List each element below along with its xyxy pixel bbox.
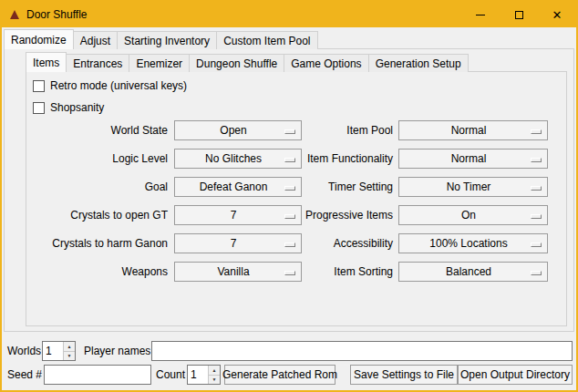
tab-entrances-label: Entrances — [73, 57, 122, 70]
item-sorting-dropdown[interactable]: Balanced — [398, 262, 548, 282]
shopsanity-checkbox[interactable] — [33, 102, 45, 114]
tab-items-label: Items — [33, 57, 59, 69]
tab-adjust-label: Adjust — [80, 35, 110, 47]
count-spinner[interactable]: ▲ ▼ — [187, 365, 221, 385]
weapons-value: Vanilla — [217, 265, 258, 278]
item-sorting-label: Item Sorting — [282, 262, 393, 282]
weapons-label: Weapons — [26, 262, 168, 282]
minimize-icon — [476, 15, 485, 15]
spin-up-icon[interactable]: ▲ — [209, 366, 220, 375]
tab-enemizer[interactable]: Enemizer — [129, 54, 190, 72]
worlds-label: Worlds — [7, 341, 41, 361]
item-pool-value: Normal — [451, 124, 496, 137]
tab-generation-setup[interactable]: Generation Setup — [368, 54, 469, 72]
tab-starting-inventory[interactable]: Starting Inventory — [117, 31, 217, 49]
accessibility-label: Accessibility — [282, 233, 393, 253]
dropdown-indicator-icon — [531, 129, 542, 134]
tab-randomize[interactable]: Randomize — [4, 29, 74, 49]
count-label: Count — [156, 365, 185, 385]
timer-setting-dropdown[interactable]: No Timer — [398, 177, 548, 197]
tab-enemizer-label: Enemizer — [136, 57, 182, 70]
tab-entrances[interactable]: Entrances — [66, 54, 129, 72]
retro-mode-checkbox-row[interactable]: Retro mode (universal keys) — [33, 78, 187, 93]
logic-level-label: Logic Level — [26, 149, 168, 169]
count-input[interactable] — [188, 366, 208, 384]
spin-up-icon[interactable]: ▲ — [64, 342, 75, 351]
logic-level-value: No Glitches — [205, 152, 271, 165]
progressive-items-dropdown[interactable]: On — [398, 205, 548, 225]
window-title: Door Shuffle — [26, 8, 88, 21]
shopsanity-checkbox-row[interactable]: Shopsanity — [33, 100, 104, 115]
outer-tab-bar: Randomize Adjust Starting Inventory Cust… — [4, 29, 318, 49]
worlds-input[interactable] — [43, 342, 63, 360]
progressive-items-value: On — [461, 209, 485, 222]
shopsanity-label: Shopsanity — [50, 101, 104, 114]
tab-dungeon-shuffle-label: Dungeon Shuffle — [196, 57, 277, 70]
generate-patched-rom-button[interactable]: Generate Patched Rom — [224, 365, 335, 385]
item-pool-dropdown[interactable]: Normal — [398, 120, 548, 140]
item-functionality-dropdown[interactable]: Normal — [398, 149, 548, 169]
item-pool-label: Item Pool — [282, 120, 393, 140]
spin-down-icon[interactable]: ▼ — [64, 351, 75, 361]
tab-custom-item-pool[interactable]: Custom Item Pool — [216, 31, 317, 49]
caption-buttons: ✕ — [461, 2, 576, 27]
app-window: Door Shuffle ✕ Randomize Adjust Starting… — [0, 0, 578, 392]
progressive-items-label: Progressive Items — [282, 205, 393, 225]
open-output-directory-button[interactable]: Open Output Directory — [458, 365, 573, 385]
retro-mode-label: Retro mode (universal keys) — [50, 79, 187, 92]
player-names-label: Player names — [84, 341, 150, 361]
inner-tab-bar: Items Entrances Enemizer Dungeon Shuffle… — [26, 52, 469, 72]
tab-starting-inventory-label: Starting Inventory — [124, 35, 210, 47]
dropdown-indicator-icon — [531, 214, 542, 219]
count-spin-buttons: ▲ ▼ — [208, 366, 220, 384]
goal-label: Goal — [26, 177, 168, 197]
accessibility-value: 100% Locations — [429, 237, 516, 250]
crystals-gt-label: Crystals to open GT — [26, 205, 168, 225]
tab-items[interactable]: Items — [26, 52, 67, 72]
timer-setting-label: Timer Setting — [282, 177, 393, 197]
timer-setting-value: No Timer — [447, 181, 501, 193]
worlds-spin-buttons: ▲ ▼ — [63, 342, 75, 360]
dropdown-indicator-icon — [531, 158, 542, 162]
seed-input[interactable] — [44, 365, 151, 385]
item-sorting-value: Balanced — [446, 265, 501, 278]
dropdown-indicator-icon — [531, 186, 542, 191]
tab-adjust[interactable]: Adjust — [73, 31, 118, 49]
world-state-value: Open — [220, 124, 255, 137]
player-names-input[interactable] — [151, 341, 573, 361]
app-icon — [10, 10, 19, 19]
goal-value: Defeat Ganon — [200, 181, 277, 193]
tab-game-options-label: Game Options — [291, 57, 361, 70]
titlebar: Door Shuffle ✕ — [2, 2, 576, 27]
tab-game-options[interactable]: Game Options — [284, 54, 368, 72]
worlds-spinner[interactable]: ▲ ▼ — [42, 341, 76, 361]
tab-generation-setup-label: Generation Setup — [376, 57, 461, 70]
maximize-icon — [515, 11, 523, 19]
save-settings-button[interactable]: Save Settings to File — [350, 365, 458, 385]
item-functionality-label: Item Functionality — [282, 149, 393, 169]
seed-label: Seed # — [7, 365, 42, 385]
dropdown-indicator-icon — [531, 271, 542, 275]
crystals-gt-value: 7 — [231, 209, 246, 222]
close-button[interactable]: ✕ — [538, 2, 576, 27]
items-panel: Retro mode (universal keys) Shopsanity W… — [26, 71, 567, 326]
world-state-label: World State — [26, 120, 168, 140]
dropdown-indicator-icon — [531, 242, 542, 247]
item-functionality-value: Normal — [451, 152, 496, 165]
tab-randomize-label: Randomize — [11, 34, 67, 46]
crystals-ganon-label: Crystals to harm Ganon — [26, 233, 168, 253]
tab-custom-item-pool-label: Custom Item Pool — [223, 35, 310, 47]
spin-down-icon[interactable]: ▼ — [209, 375, 220, 385]
accessibility-dropdown[interactable]: 100% Locations — [398, 233, 548, 253]
maximize-button[interactable] — [500, 2, 538, 27]
retro-mode-checkbox[interactable] — [33, 80, 45, 92]
tab-dungeon-shuffle[interactable]: Dungeon Shuffle — [189, 54, 284, 72]
minimize-button[interactable] — [461, 2, 500, 27]
crystals-ganon-value: 7 — [231, 237, 246, 250]
close-icon: ✕ — [552, 9, 563, 21]
